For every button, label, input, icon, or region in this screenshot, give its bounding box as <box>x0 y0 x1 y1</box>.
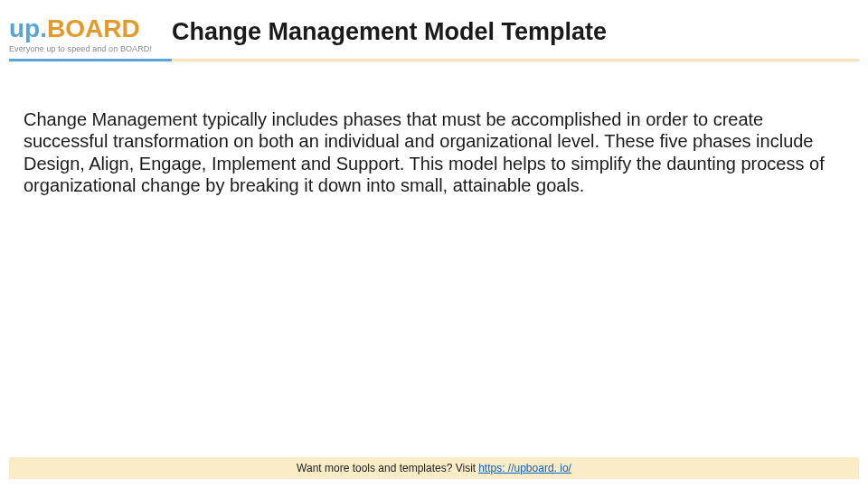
logo-prefix: up. <box>9 14 47 42</box>
title-wrap: Change Management Model Template <box>172 16 607 46</box>
logo: up.BOARD Everyone up to speed and on BOA… <box>9 16 172 53</box>
logo-text: up.BOARD <box>9 16 172 42</box>
logo-tagline: Everyone up to speed and on BOARD! <box>9 44 172 53</box>
footer-link[interactable]: https: //upboard. io/ <box>478 462 571 474</box>
footer-prompt: Want more tools and templates? Visit <box>297 462 476 474</box>
footer-bar: Want more tools and templates? Visit htt… <box>9 457 859 479</box>
header: up.BOARD Everyone up to speed and on BOA… <box>0 0 868 53</box>
body-paragraph: Change Management typically includes pha… <box>0 61 868 197</box>
page-title: Change Management Model Template <box>172 18 607 46</box>
logo-main: BOARD <box>47 14 140 42</box>
underline-fill <box>172 59 859 61</box>
header-underline <box>9 59 859 61</box>
underline-accent <box>9 59 172 61</box>
